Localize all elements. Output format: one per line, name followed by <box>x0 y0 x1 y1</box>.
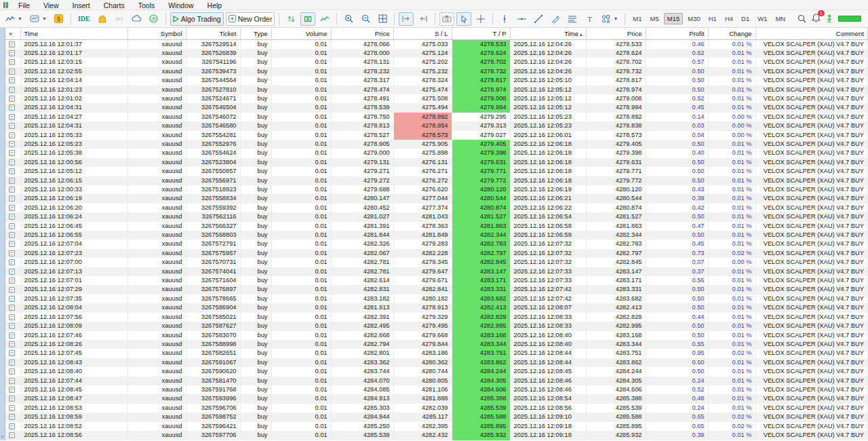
table-row[interactable]: 2025.12.16 12:07:44xauusd3267581470buy0.… <box>5 377 868 385</box>
table-row[interactable]: 2025.12.16 12:08:45xauusd3267591768buy0.… <box>5 385 868 394</box>
cloud-button[interactable] <box>129 12 144 26</box>
table-row[interactable]: 2025.12.16 12:07:29xauusd3267576897buy0.… <box>5 285 868 294</box>
signals-button[interactable] <box>112 12 127 26</box>
table-row[interactable]: 2025.12.16 12:07:00xauusd3267570731buy0.… <box>5 258 868 267</box>
table-row[interactable]: 2025.12.16 12:08:04xauusd3267586904buy0.… <box>5 303 868 312</box>
algo-trading-button[interactable]: Algo Trading <box>170 12 224 26</box>
symbols-button[interactable]: $ <box>52 12 66 26</box>
table-row[interactable]: 2025.12.16 12:00:56xauusd3267523804buy0.… <box>5 158 868 167</box>
table-row[interactable]: 2025.12.16 12:01:02xauusd3267524671buy0.… <box>5 94 868 103</box>
table-row[interactable]: 2025.12.16 12:06:24xauusd3267562116buy0.… <box>5 212 868 221</box>
menu-item-window[interactable]: Window <box>161 1 200 9</box>
tick-chart-button[interactable] <box>283 12 298 26</box>
timeframe-m5[interactable]: M5 <box>647 13 663 24</box>
table-row[interactable]: 2025.12.16 12:04:31xauusd3267546504buy0.… <box>5 103 868 112</box>
column-header-change[interactable]: Change <box>708 28 755 39</box>
table-row[interactable]: 2025.12.16 12:06:20xauusd3267559392buy0.… <box>5 204 868 212</box>
column-header-symbol[interactable]: Symbol <box>127 28 186 39</box>
notifications-button[interactable]: 1 <box>812 13 821 25</box>
candles-button[interactable] <box>300 12 315 26</box>
table-row[interactable]: 2025.12.16 12:08:59xauusd3267598752buy0.… <box>5 413 868 421</box>
market-button[interactable] <box>95 12 110 26</box>
table-row[interactable]: 2025.12.16 12:00:33xauusd3267518923buy0.… <box>5 185 868 194</box>
community-button[interactable]: @ <box>146 12 161 26</box>
table-row[interactable]: 2025.12.16 12:01:37xauusd3267529514buy0.… <box>5 39 868 49</box>
timeframe-d1[interactable]: D1 <box>738 13 753 24</box>
table-row[interactable]: 2025.12.16 12:06:15xauusd3267556971buy0.… <box>5 176 868 185</box>
timeframe-m30[interactable]: M30 <box>684 13 703 24</box>
table-row[interactable]: 2025.12.16 12:03:15xauusd3267541196buy0.… <box>5 58 868 66</box>
column-header-tp[interactable]: T / P <box>452 28 510 39</box>
trendline-button[interactable] <box>531 12 546 26</box>
new-chart-button[interactable]: ▼ <box>27 12 50 26</box>
table-row[interactable]: 2025.12.16 12:07:04xauusd3267572791buy0.… <box>5 239 868 248</box>
timeframe-w1[interactable]: W1 <box>754 13 770 24</box>
column-header-ticket[interactable]: Ticket <box>186 28 240 39</box>
column-header-price[interactable]: Price <box>586 28 646 39</box>
fibonacci-button[interactable] <box>565 12 580 26</box>
column-header-time-close[interactable]: Time ▴ <box>510 28 586 39</box>
table-row[interactable]: 2025.12.16 12:06:55xauusd3267568803buy0.… <box>5 231 868 239</box>
vertical-line-button[interactable] <box>497 12 512 26</box>
menu-item-view[interactable]: View <box>37 1 66 9</box>
zoom-out-button[interactable] <box>358 12 373 26</box>
menu-item-insert[interactable]: Insert <box>66 1 97 9</box>
new-order-button[interactable]: New Order <box>226 12 275 26</box>
table-row[interactable]: 2025.12.16 12:05:23xauusd3267552976buy0.… <box>5 140 868 149</box>
tile-windows-button[interactable] <box>375 12 390 26</box>
menu-item-file[interactable]: File <box>12 1 37 9</box>
table-row[interactable]: 2025.12.16 12:08:43xauusd3267591067buy0.… <box>5 358 868 367</box>
table-row[interactable]: 2025.12.16 12:08:09xauusd3267587627buy0.… <box>5 322 868 330</box>
timeframe-m1[interactable]: M1 <box>629 13 645 24</box>
table-row[interactable]: 2025.12.16 12:07:46xauusd3267583070buy0.… <box>5 331 868 340</box>
table-row[interactable]: 2025.12.16 12:07:45xauusd3267582651buy0.… <box>5 349 868 358</box>
table-row[interactable]: 2025.12.16 12:06:45xauusd3267566327buy0.… <box>5 222 868 231</box>
table-row[interactable]: 2025.12.16 12:04:31xauusd3267546580buy0.… <box>5 121 868 130</box>
table-row[interactable]: 2025.12.16 12:08:47xauusd3267593996buy0.… <box>5 394 868 403</box>
table-row[interactable]: 2025.12.16 12:07:13xauusd3267574041buy0.… <box>5 267 868 276</box>
column-header-time[interactable]: Time <box>20 28 127 39</box>
screenshot-button[interactable] <box>439 12 454 26</box>
column-header-profit[interactable]: Profit <box>646 28 708 39</box>
table-row[interactable]: 2025.12.16 12:05:38xauusd3267554624buy0.… <box>5 149 868 157</box>
timeframe-h4[interactable]: H4 <box>722 13 736 24</box>
text-button[interactable]: T <box>582 12 597 26</box>
cursor-button[interactable] <box>456 12 471 26</box>
table-row[interactable]: 2025.12.16 12:08:52xauusd3267596421buy0.… <box>5 422 868 431</box>
table-row[interactable]: 2025.12.16 12:05:12xauusd3267550857buy0.… <box>5 167 868 176</box>
menu-item-tools[interactable]: Tools <box>132 1 162 9</box>
column-header-sl[interactable]: S / L <box>393 28 452 39</box>
table-row[interactable]: 2025.12.16 12:04:27xauusd3267546072buy0.… <box>5 113 868 121</box>
timeframe-m15[interactable]: M15 <box>664 13 683 24</box>
shapes-button[interactable]: ▼ <box>599 12 620 26</box>
line-chart-button[interactable] <box>317 12 332 26</box>
menu-item-help[interactable]: Help <box>201 1 229 9</box>
table-row[interactable]: 2025.12.16 12:08:26xauusd3267588998buy0.… <box>5 340 868 349</box>
horizontal-line-button[interactable] <box>514 12 529 26</box>
timeframe-h1[interactable]: H1 <box>705 13 720 24</box>
table-row[interactable]: 2025.12.16 12:08:40xauusd3267590620buy0.… <box>5 367 868 376</box>
table-row[interactable]: 2025.12.16 12:08:56xauusd3267597706buy0.… <box>5 431 868 440</box>
table-row[interactable]: 2025.12.16 12:05:33xauusd3267554281buy0.… <box>5 131 868 140</box>
auto-scroll-button[interactable] <box>416 12 431 26</box>
menu-item-charts[interactable]: Charts <box>97 1 132 9</box>
metaeditor-button[interactable]: IDE <box>75 12 93 26</box>
table-row[interactable]: 2025.12.16 12:04:14xauusd3267544564buy0.… <box>5 76 868 85</box>
zoom-in-button[interactable] <box>341 12 356 26</box>
table-row[interactable]: 2025.12.16 12:01:17xauusd3267526839buy0.… <box>5 49 868 58</box>
table-row[interactable]: 2025.12.16 12:07:23xauusd3267575957buy0.… <box>5 249 868 258</box>
chart-type-button[interactable]: ▼ <box>3 12 25 26</box>
chart-shift-button[interactable] <box>399 12 414 26</box>
timeframe-mn[interactable]: MN <box>772 13 789 24</box>
channel-button[interactable] <box>548 12 563 26</box>
table-row[interactable]: 2025.12.16 12:01:23xauusd3267527810buy0.… <box>5 85 868 94</box>
column-header-volume[interactable]: Volume <box>271 28 331 39</box>
column-header-price[interactable]: Price <box>331 28 393 39</box>
table-row[interactable]: 2025.12.16 12:07:56xauusd3267585021buy0.… <box>5 313 868 322</box>
panel-close-icon[interactable]: × <box>9 31 12 37</box>
table-row[interactable]: 2025.12.16 12:06:19xauusd3267558834buy0.… <box>5 194 868 203</box>
table-row[interactable]: 2025.12.16 12:08:53xauusd3267596706buy0.… <box>5 404 868 413</box>
table-row[interactable]: 2025.12.16 12:07:01xauusd3267571604buy0.… <box>5 276 868 285</box>
column-header-type[interactable]: Type <box>240 28 271 39</box>
crosshair-button[interactable] <box>473 12 488 26</box>
